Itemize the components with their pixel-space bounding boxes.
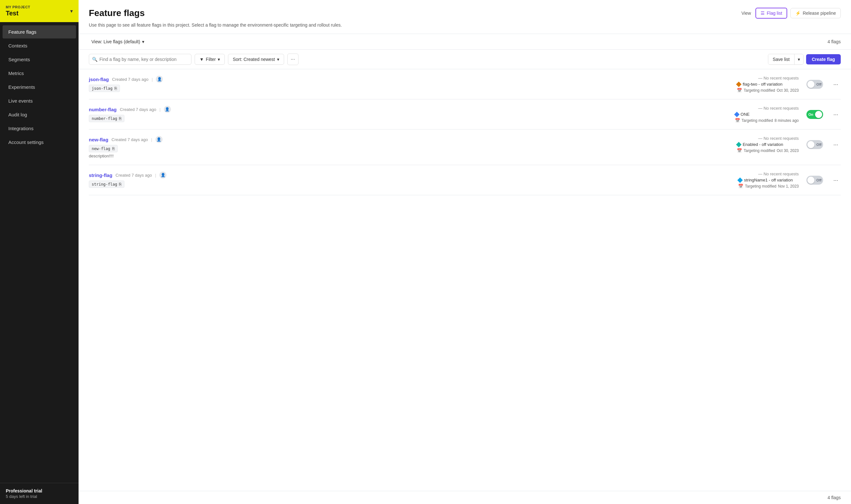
project-header[interactable]: MY PROJECT Test ▾ (0, 0, 78, 22)
sidebar-item-feature-flags[interactable]: Feature flags (3, 25, 76, 38)
variation-diamond-string-flag (738, 177, 743, 183)
toggle-knob-json-flag (808, 81, 814, 88)
copy-icon-string-flag[interactable]: ⎘ (119, 182, 122, 186)
flag-more-button-number-flag[interactable]: ··· (831, 110, 841, 119)
toggle-new-flag[interactable] (807, 140, 823, 149)
flag-targeting-label-json-flag: Targeting modified (744, 88, 775, 93)
search-input[interactable] (89, 54, 192, 65)
flag-right-string-flag: — No recent requests stringName1 - off v… (706, 172, 841, 188)
flag-targeting-row-string-flag: 📅 Targeting modified Nov 1, 2023 (738, 184, 799, 188)
variation-diamond-json-flag (736, 82, 742, 87)
flag-key-badge-new-flag[interactable]: new-flag ⎘ (89, 145, 118, 152)
flag-targeting-date-json-flag: Oct 30, 2023 (777, 88, 799, 93)
sidebar-nav: Feature flagsContextsSegmentsMetricsExpe… (0, 22, 78, 483)
project-label: MY PROJECT (6, 5, 30, 9)
search-input-wrap: 🔍 (89, 54, 192, 65)
view-filter-button[interactable]: View: Live flags (default) ▾ (89, 38, 147, 46)
flag-variation-name-new-flag: Enabled - off variation (743, 142, 783, 147)
flag-author-icon-json-flag: 👤 (156, 76, 163, 83)
sidebar-item-account-settings[interactable]: Account settings (3, 136, 76, 149)
variation-diamond-new-flag (736, 142, 742, 147)
flag-no-requests-number-flag: — No recent requests (735, 106, 799, 111)
variation-diamond-number-flag (734, 112, 739, 117)
toggle-knob-string-flag (808, 177, 814, 184)
sidebar-item-metrics[interactable]: Metrics (3, 67, 76, 80)
sidebar: MY PROJECT Test ▾ Feature flagsContextsS… (0, 0, 78, 504)
more-options-button[interactable]: ··· (287, 54, 298, 65)
flag-targeting-row-json-flag: 📅 Targeting modified Oct 30, 2023 (737, 88, 799, 93)
save-list-arrow-icon[interactable]: ▾ (795, 54, 803, 65)
flag-left-number-flag: number-flag Created 7 days ago | 👤 numbe… (89, 106, 706, 122)
flag-key-badge-json-flag[interactable]: json-flag ⎘ (89, 85, 120, 92)
create-flag-button[interactable]: Create flag (806, 54, 841, 65)
view-flag-list-button[interactable]: ☰ Flag list (756, 8, 787, 19)
filter-right: Save list ▾ Create flag (768, 54, 841, 65)
sort-button[interactable]: Sort: Created newest ▾ (228, 54, 284, 65)
flag-variation-name-string-flag: stringName1 - off variation (744, 178, 793, 182)
sidebar-item-segments[interactable]: Segments (3, 53, 76, 66)
flag-variation-row-json-flag: flag-two - off variation (737, 82, 799, 87)
copy-icon-new-flag[interactable]: ⎘ (112, 146, 115, 151)
flag-targeting-date-number-flag: 8 minutes ago (775, 118, 799, 123)
toggle-string-flag[interactable] (807, 176, 823, 185)
copy-icon-number-flag[interactable]: ⎘ (119, 116, 122, 121)
sidebar-footer: Professional trial 5 days left in trial (0, 483, 78, 504)
page-description: Use this page to see all feature flags i… (89, 22, 841, 29)
flag-row-json-flag: json-flag Created 7 days ago | 👤 json-fl… (89, 69, 841, 100)
flag-name-link-string-flag[interactable]: string-flag (89, 173, 112, 178)
flags-list: json-flag Created 7 days ago | 👤 json-fl… (78, 69, 851, 491)
calendar-icon-string-flag: 📅 (738, 184, 743, 188)
toggle-json-flag[interactable] (807, 80, 823, 89)
flag-left-json-flag: json-flag Created 7 days ago | 👤 json-fl… (89, 76, 706, 92)
flag-key-row-string-flag: string-flag ⎘ (89, 180, 706, 188)
flag-more-button-json-flag[interactable]: ··· (831, 80, 841, 89)
copy-icon-json-flag[interactable]: ⎘ (114, 86, 117, 91)
flag-created-json-flag: Created 7 days ago (112, 77, 148, 82)
flag-name-link-new-flag[interactable]: new-flag (89, 137, 108, 142)
flag-more-button-string-flag[interactable]: ··· (831, 176, 841, 184)
flag-key-badge-string-flag[interactable]: string-flag ⎘ (89, 180, 124, 188)
flag-stats-number-flag: — No recent requests ONE 📅 Targeting mod… (735, 106, 799, 123)
view-release-pipeline-button[interactable]: ⚡ Release pipeline (791, 8, 841, 18)
flag-row-new-flag: new-flag Created 7 days ago | 👤 new-flag… (89, 129, 841, 165)
calendar-icon-number-flag: 📅 (735, 118, 740, 123)
flag-title-row-json-flag: json-flag Created 7 days ago | 👤 (89, 76, 706, 83)
toggle-wrap-json-flag (807, 80, 823, 89)
trial-label: Professional trial (6, 488, 73, 493)
flag-key-row-json-flag: json-flag ⎘ (89, 85, 706, 92)
sidebar-item-audit-log[interactable]: Audit log (3, 108, 76, 121)
flags-count: 4 flags (828, 39, 841, 44)
flag-name-link-json-flag[interactable]: json-flag (89, 77, 109, 82)
flag-right-new-flag: — No recent requests Enabled - off varia… (706, 136, 841, 153)
flag-variation-name-json-flag: flag-two - off variation (743, 82, 782, 87)
flag-more-button-new-flag[interactable]: ··· (831, 140, 841, 149)
flag-variation-name-number-flag: ONE (741, 112, 750, 117)
flag-targeting-date-string-flag: Nov 1, 2023 (778, 184, 799, 188)
filter-button[interactable]: ▼ Filter ▾ (195, 54, 225, 65)
flag-variation-row-string-flag: stringName1 - off variation (738, 178, 799, 182)
save-list-button[interactable]: Save list ▾ (768, 54, 803, 65)
flag-stats-new-flag: — No recent requests Enabled - off varia… (737, 136, 799, 153)
sidebar-item-contexts[interactable]: Contexts (3, 39, 76, 52)
flag-name-link-number-flag[interactable]: number-flag (89, 107, 117, 112)
calendar-icon-new-flag: 📅 (737, 148, 742, 153)
sidebar-item-integrations[interactable]: Integrations (3, 122, 76, 135)
chevron-down-icon: ▾ (70, 8, 73, 14)
trial-sub: 5 days left in trial (6, 494, 73, 499)
release-pipeline-icon: ⚡ (795, 11, 801, 16)
sort-chevron-icon: ▾ (277, 57, 279, 62)
sidebar-item-live-events[interactable]: Live events (3, 94, 76, 107)
flag-created-string-flag: Created 7 days ago (115, 173, 152, 178)
flag-key-badge-number-flag[interactable]: number-flag ⎘ (89, 115, 124, 122)
flag-targeting-label-number-flag: Targeting modified (742, 118, 773, 123)
flag-title-row-new-flag: new-flag Created 7 days ago | 👤 (89, 136, 706, 143)
filter-icon: ▼ (199, 57, 204, 62)
flag-no-requests-new-flag: — No recent requests (737, 136, 799, 141)
toggle-wrap-new-flag (807, 140, 823, 149)
sidebar-item-experiments[interactable]: Experiments (3, 80, 76, 94)
flag-stats-string-flag: — No recent requests stringName1 - off v… (738, 172, 799, 188)
flag-no-requests-json-flag: — No recent requests (737, 76, 799, 80)
page-title: Feature flags (89, 8, 145, 18)
flag-row-number-flag: number-flag Created 7 days ago | 👤 numbe… (89, 100, 841, 129)
toggle-number-flag[interactable] (807, 110, 823, 119)
